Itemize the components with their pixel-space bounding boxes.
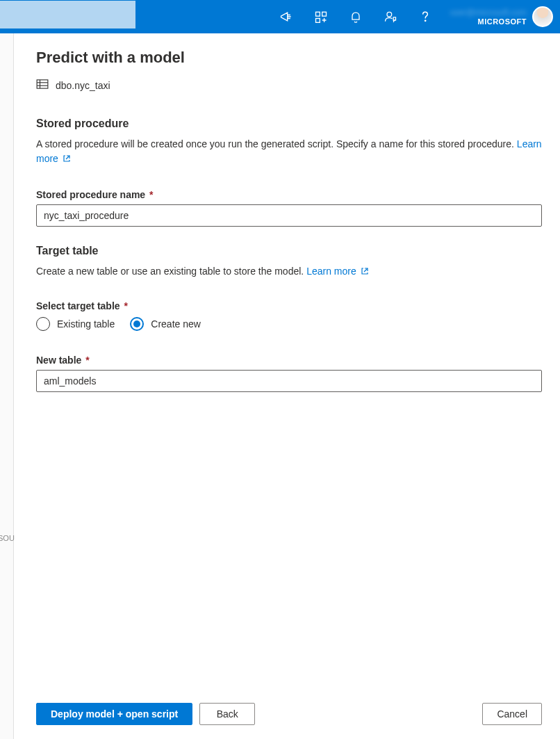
left-rail: SOU (0, 33, 14, 739)
stored-procedure-desc-text: A stored procedure will be created once … (36, 138, 517, 149)
directory-icon[interactable] (304, 0, 338, 33)
help-icon[interactable] (409, 0, 442, 33)
stored-procedure-description: A stored procedure will be created once … (36, 137, 542, 167)
notifications-icon[interactable] (339, 0, 372, 33)
table-icon (36, 79, 49, 91)
target-table-desc-text: Create a new table or use an existing ta… (36, 266, 306, 277)
main-panel: Predict with a model dbo.nyc_taxi Stored… (0, 33, 560, 693)
svg-point-4 (425, 20, 425, 21)
data-source-row: dbo.nyc_taxi (36, 79, 542, 91)
target-table-radio-group: Existing table Create new (36, 317, 542, 331)
deploy-button[interactable]: Deploy model + open script (36, 703, 192, 725)
target-table-learn-more-link[interactable]: Learn more (306, 266, 368, 277)
target-table-heading: Target table (36, 245, 542, 257)
stored-procedure-name-label: Stored procedure name * (36, 189, 542, 200)
footer-bar: Deploy model + open script Back Cancel (0, 693, 560, 739)
feedback-icon[interactable] (374, 0, 407, 33)
radio-circle-icon (36, 317, 50, 331)
svg-rect-2 (315, 19, 320, 23)
megaphone-icon[interactable] (270, 0, 303, 33)
tenant-email: user@microsoft.com (450, 8, 527, 17)
required-asterisk: * (147, 189, 153, 200)
topbar-search-placeholder[interactable] (0, 1, 135, 29)
svg-rect-0 (315, 12, 320, 16)
tenant-block[interactable]: user@microsoft.com MICROSOFT (450, 8, 527, 26)
cancel-button[interactable]: Cancel (482, 703, 542, 725)
back-button[interactable]: Back (199, 703, 255, 725)
data-source-name: dbo.nyc_taxi (56, 80, 110, 91)
radio-existing-table[interactable]: Existing table (36, 317, 115, 331)
svg-rect-5 (37, 80, 48, 88)
svg-rect-1 (322, 12, 326, 16)
tenant-name: MICROSOFT (478, 17, 527, 26)
external-link-icon (361, 265, 369, 279)
new-table-label: New table * (36, 355, 542, 366)
radio-create-label: Create new (151, 318, 201, 330)
required-asterisk: * (122, 300, 128, 311)
target-table-description: Create a new table or use an existing ta… (36, 264, 542, 279)
radio-existing-label: Existing table (57, 318, 115, 330)
external-link-icon (63, 152, 71, 167)
required-asterisk: * (83, 355, 89, 366)
topbar-icon-group (270, 0, 442, 33)
svg-point-3 (387, 12, 392, 17)
top-bar: user@microsoft.com MICROSOFT (0, 0, 560, 33)
avatar[interactable] (532, 6, 553, 27)
side-label-truncated: SOU (0, 534, 15, 542)
new-table-input[interactable] (36, 370, 542, 392)
radio-circle-checked-icon (130, 317, 144, 331)
page-title: Predict with a model (36, 49, 542, 67)
learn-more-label: Learn more (306, 266, 356, 277)
stored-procedure-name-input[interactable] (36, 204, 542, 227)
stored-procedure-heading: Stored procedure (36, 117, 542, 130)
select-target-table-label: Select target table * (36, 300, 542, 311)
radio-create-new[interactable]: Create new (130, 317, 201, 331)
